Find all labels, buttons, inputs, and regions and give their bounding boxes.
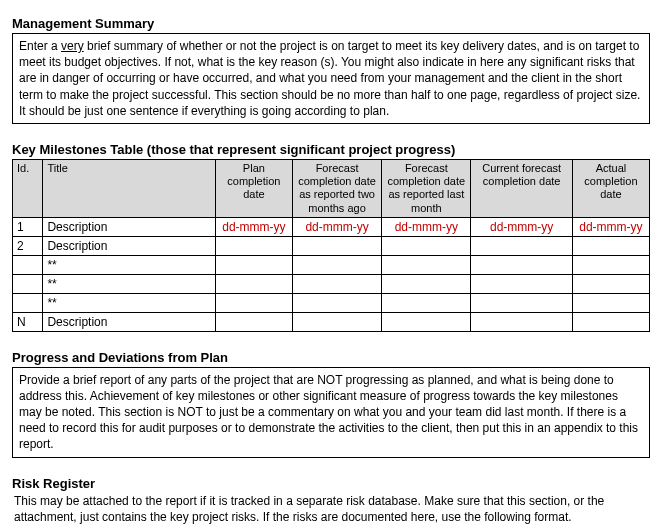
th-plan: Plan completion date bbox=[215, 159, 292, 217]
table-header-row: Id. Title Plan completion date Forecast … bbox=[13, 159, 650, 217]
table-cell: dd-mmm-yy bbox=[572, 217, 649, 236]
table-cell: 2 bbox=[13, 236, 43, 255]
milestones-table: Id. Title Plan completion date Forecast … bbox=[12, 159, 650, 332]
table-cell bbox=[382, 293, 471, 312]
table-row: ** bbox=[13, 255, 650, 274]
mgmt-text-post: brief summary of whether or not the proj… bbox=[19, 39, 640, 118]
table-cell: dd-mmm-yy bbox=[471, 217, 572, 236]
table-cell bbox=[215, 255, 292, 274]
table-cell: dd-mmm-yy bbox=[215, 217, 292, 236]
table-row: NDescription bbox=[13, 312, 650, 331]
milestones-heading: Key Milestones Table (those that represe… bbox=[12, 142, 650, 157]
table-cell bbox=[572, 293, 649, 312]
th-title: Title bbox=[43, 159, 215, 217]
management-summary-box: Enter a very brief summary of whether or… bbox=[12, 33, 650, 124]
table-row: ** bbox=[13, 293, 650, 312]
table-cell: ** bbox=[43, 255, 215, 274]
table-cell bbox=[572, 255, 649, 274]
table-cell: dd-mmm-yy bbox=[292, 217, 381, 236]
table-cell: Description bbox=[43, 217, 215, 236]
table-cell bbox=[382, 312, 471, 331]
table-cell bbox=[572, 274, 649, 293]
table-cell bbox=[13, 274, 43, 293]
table-row: 1Descriptiondd-mmm-yydd-mmm-yydd-mmm-yyd… bbox=[13, 217, 650, 236]
progress-box: Provide a brief report of any parts of t… bbox=[12, 367, 650, 458]
progress-heading: Progress and Deviations from Plan bbox=[12, 350, 650, 365]
mgmt-text-pre: Enter a bbox=[19, 39, 61, 53]
table-cell bbox=[471, 293, 572, 312]
table-row: 2Description bbox=[13, 236, 650, 255]
table-cell: 1 bbox=[13, 217, 43, 236]
table-cell bbox=[471, 274, 572, 293]
table-row: ** bbox=[13, 274, 650, 293]
table-cell: ** bbox=[43, 293, 215, 312]
th-forecast-1mo: Forecast completion date as reported las… bbox=[382, 159, 471, 217]
table-cell bbox=[572, 312, 649, 331]
th-actual: Actual completion date bbox=[572, 159, 649, 217]
table-cell bbox=[13, 293, 43, 312]
management-summary-heading: Management Summary bbox=[12, 16, 650, 31]
th-forecast-2mo: Forecast completion date as reported two… bbox=[292, 159, 381, 217]
table-cell bbox=[471, 236, 572, 255]
table-cell: dd-mmm-yy bbox=[382, 217, 471, 236]
table-cell bbox=[292, 274, 381, 293]
table-cell bbox=[13, 255, 43, 274]
table-cell bbox=[471, 255, 572, 274]
risk-body: This may be attached to the report if it… bbox=[12, 493, 650, 524]
table-cell bbox=[215, 236, 292, 255]
table-cell: Description bbox=[43, 236, 215, 255]
table-cell: ** bbox=[43, 274, 215, 293]
table-cell bbox=[292, 312, 381, 331]
th-id: Id. bbox=[13, 159, 43, 217]
mgmt-text-underline: very bbox=[61, 39, 84, 53]
table-cell bbox=[215, 312, 292, 331]
table-cell bbox=[382, 274, 471, 293]
table-cell bbox=[471, 312, 572, 331]
table-cell bbox=[292, 255, 381, 274]
table-cell: N bbox=[13, 312, 43, 331]
table-cell bbox=[382, 236, 471, 255]
table-cell bbox=[292, 293, 381, 312]
table-cell bbox=[382, 255, 471, 274]
table-cell bbox=[215, 274, 292, 293]
table-cell bbox=[292, 236, 381, 255]
th-current-forecast: Current forecast completion date bbox=[471, 159, 572, 217]
risk-heading: Risk Register bbox=[12, 476, 650, 491]
table-cell bbox=[215, 293, 292, 312]
table-cell bbox=[572, 236, 649, 255]
table-cell: Description bbox=[43, 312, 215, 331]
